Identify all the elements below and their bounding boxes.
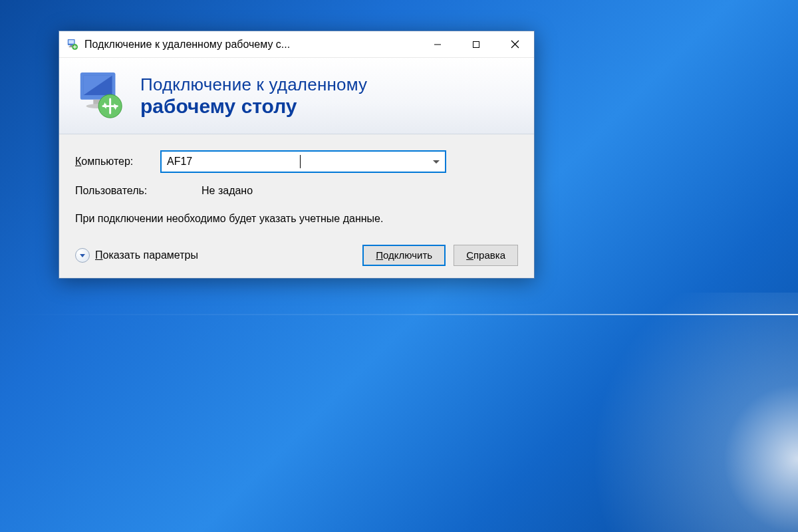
maximize-button[interactable] <box>457 31 495 57</box>
header-text: Подключение к удаленному рабочему столу <box>140 74 367 118</box>
user-value: Не задано <box>201 185 253 197</box>
dialog-body: Компьютер: Пользователь: Не задано При п… <box>59 134 534 278</box>
computer-label: Компьютер: <box>75 156 160 168</box>
titlebar[interactable]: Подключение к удаленному рабочему с... <box>59 31 534 58</box>
help-button[interactable]: Справка <box>454 245 518 266</box>
header-line1: Подключение к удаленному <box>140 74 367 95</box>
svg-marker-17 <box>80 254 85 257</box>
dialog-header: Подключение к удаленному рабочему столу <box>59 58 534 134</box>
desktop-line <box>0 314 798 315</box>
window-title: Подключение к удаленному рабочему с... <box>84 39 418 51</box>
show-options-link[interactable]: Показать параметры <box>95 249 357 261</box>
text-caret <box>300 155 301 168</box>
info-text: При подключении необходимо будет указать… <box>75 211 518 226</box>
rdp-window: Подключение к удаленному рабочему с... <box>59 31 535 279</box>
app-icon <box>66 38 79 51</box>
chevron-down-icon[interactable] <box>433 160 440 164</box>
expand-icon[interactable] <box>75 248 90 263</box>
svg-rect-6 <box>473 41 479 47</box>
connect-button[interactable]: Подключить <box>362 245 446 266</box>
user-label: Пользователь: <box>75 185 201 197</box>
computer-combobox[interactable] <box>160 150 446 173</box>
svg-rect-1 <box>68 40 74 43</box>
header-line2: рабочему столу <box>140 95 367 118</box>
close-button[interactable] <box>495 31 534 57</box>
desktop-glow <box>466 293 798 532</box>
computer-input[interactable] <box>167 156 300 168</box>
minimize-button[interactable] <box>418 31 457 57</box>
rdp-icon <box>75 70 127 122</box>
